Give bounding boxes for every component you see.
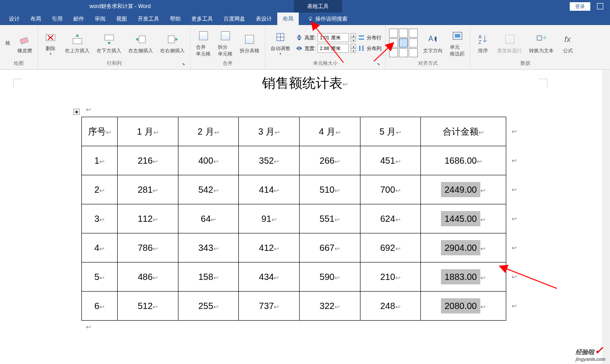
- table-cell[interactable]: 542↩: [178, 175, 239, 204]
- table-header-cell[interactable]: 序号↩: [82, 117, 118, 146]
- table-move-handle[interactable]: ✥: [73, 109, 80, 115]
- table-cell[interactable]: 1686.00↩↩: [421, 146, 506, 175]
- tab-references[interactable]: 引用: [47, 13, 68, 25]
- tab-table-design[interactable]: 表设计: [250, 13, 277, 25]
- sort-button[interactable]: AZ 排序: [474, 31, 492, 55]
- table-header-cell[interactable]: 合计金额↩↩: [421, 117, 506, 146]
- split-cells-button[interactable]: 拆分 单元格: [216, 28, 234, 58]
- table-cell[interactable]: 2904.00↩↩: [421, 233, 506, 262]
- autofit-button[interactable]: 自动调整▾: [269, 29, 292, 57]
- height-up-button[interactable]: ▴: [351, 33, 356, 38]
- table-cell[interactable]: 400↩: [178, 146, 239, 175]
- insert-above-button[interactable]: 在上方插入: [63, 31, 91, 55]
- table-cell[interactable]: 216↩: [118, 146, 178, 175]
- eraser-button[interactable]: 橡皮擦: [16, 31, 34, 55]
- table-cell[interactable]: 352↩: [239, 146, 300, 175]
- table-cell[interactable]: 700↩: [360, 175, 421, 204]
- table-cell[interactable]: 322↩: [300, 292, 360, 321]
- table-cell[interactable]: 551↩: [300, 204, 360, 233]
- tab-more-tools[interactable]: 更多工具: [186, 13, 218, 25]
- insert-below-button[interactable]: 在下方插入: [95, 31, 123, 55]
- table-cell[interactable]: 486↩: [118, 262, 178, 292]
- row-height-input[interactable]: [318, 33, 349, 42]
- table-header-cell[interactable]: 1 月↩: [118, 117, 178, 146]
- table-cell[interactable]: 624↩: [360, 204, 421, 233]
- table-cell[interactable]: 210↩: [360, 262, 421, 292]
- col-width-input[interactable]: [318, 44, 349, 53]
- table-row[interactable]: 6↩512↩255↩737↩322↩248↩2080.00↩↩: [82, 292, 506, 321]
- table-cell[interactable]: 2080.00↩↩: [421, 292, 506, 321]
- width-down-button[interactable]: ▾: [351, 48, 356, 53]
- table-cell[interactable]: 255↩: [178, 292, 239, 321]
- tab-layout[interactable]: 布局: [25, 13, 47, 25]
- align-middle-left[interactable]: [389, 38, 398, 47]
- table-cell[interactable]: 737↩: [239, 292, 300, 321]
- align-bottom-center[interactable]: [399, 48, 408, 57]
- table-cell[interactable]: 692↩: [360, 233, 421, 262]
- dialog-launcher-icon[interactable]: ⬊: [181, 62, 186, 67]
- distribute-cols-button[interactable]: 分布列: [367, 45, 381, 52]
- convert-to-text-button[interactable]: 转换为文本: [527, 31, 555, 55]
- data-table[interactable]: 序号↩1 月↩2 月↩3 月↩4 月↩5 月↩合计金额↩↩1↩216↩400↩3…: [81, 117, 506, 321]
- table-cell[interactable]: 1883.00↩↩: [421, 262, 506, 292]
- table-cell[interactable]: 91↩: [239, 204, 300, 233]
- table-header-cell[interactable]: 4 月↩: [300, 117, 360, 146]
- table-row[interactable]: 3↩112↩64↩91↩551↩624↩1445.00↩↩: [82, 204, 506, 233]
- table-row[interactable]: 5↩486↩158↩434↩590↩210↩1883.00↩↩: [82, 262, 506, 292]
- table-cell[interactable]: 5↩: [82, 262, 118, 292]
- table-cell[interactable]: 667↩: [300, 233, 360, 262]
- align-top-left[interactable]: [389, 29, 398, 38]
- align-top-center[interactable]: [399, 29, 408, 38]
- tab-baidu[interactable]: 百度网盘: [218, 13, 250, 25]
- insert-left-button[interactable]: 在左侧插入: [127, 31, 155, 55]
- table-cell[interactable]: 512↩: [118, 292, 178, 321]
- table-cell[interactable]: 266↩: [300, 146, 360, 175]
- table-cell[interactable]: 451↩: [360, 146, 421, 175]
- height-down-button[interactable]: ▾: [351, 38, 356, 42]
- table-cell[interactable]: 590↩: [300, 262, 360, 292]
- table-header-cell[interactable]: 5 月↩: [360, 117, 421, 146]
- table-header-cell[interactable]: 3 月↩: [239, 117, 300, 146]
- table-header-cell[interactable]: 2 月↩: [178, 117, 239, 146]
- table-row[interactable]: 4↩786↩343↩412↩667↩692↩2904.00↩↩: [82, 233, 506, 262]
- table-cell[interactable]: 434↩: [239, 262, 300, 292]
- cell-margins-button[interactable]: 单元 格边距: [448, 28, 466, 58]
- tab-developer[interactable]: 开发工具: [132, 13, 165, 25]
- tab-mailings[interactable]: 邮件: [68, 13, 89, 25]
- table-cell[interactable]: 248↩: [360, 292, 421, 321]
- table-cell[interactable]: 3↩: [82, 204, 118, 233]
- table-cell[interactable]: 281↩: [118, 175, 178, 204]
- align-top-right[interactable]: [409, 29, 418, 38]
- tab-review[interactable]: 审阅: [89, 13, 111, 25]
- split-table-button[interactable]: 拆分表格: [238, 31, 261, 55]
- table-cell[interactable]: 1445.00↩↩: [421, 204, 506, 233]
- login-button[interactable]: 登录: [570, 2, 590, 11]
- repeat-header-button[interactable]: 重复标题行: [496, 31, 524, 55]
- text-direction-button[interactable]: A 文字方向: [421, 31, 445, 55]
- table-row[interactable]: 1↩216↩400↩352↩266↩451↩1686.00↩↩: [82, 146, 506, 175]
- delete-button[interactable]: 删除▾: [42, 29, 59, 57]
- tab-view[interactable]: 视图: [111, 13, 132, 25]
- table-cell[interactable]: 64↩: [178, 204, 239, 233]
- align-middle-center[interactable]: [399, 38, 408, 47]
- table-cell[interactable]: 510↩: [300, 175, 360, 204]
- table-cell[interactable]: 343↩: [178, 233, 239, 262]
- table-cell[interactable]: 1↩: [82, 146, 118, 175]
- table-cell[interactable]: 414↩: [239, 175, 300, 204]
- insert-right-button[interactable]: 在右侧插入: [158, 31, 186, 55]
- table-cell[interactable]: 412↩: [239, 233, 300, 262]
- table-cell[interactable]: 158↩: [178, 262, 239, 292]
- tab-help[interactable]: 帮助: [165, 13, 186, 25]
- merge-cells-button[interactable]: 合并 单元格: [194, 28, 212, 58]
- tell-me-search[interactable]: 操作说明搜索: [308, 15, 347, 23]
- table-cell[interactable]: 4↩: [82, 233, 118, 262]
- window-restore-icon[interactable]: [597, 3, 603, 9]
- width-up-button[interactable]: ▴: [351, 44, 356, 48]
- dialog-launcher-icon[interactable]: ⬊: [376, 62, 381, 67]
- draw-table-button[interactable]: 格: [4, 39, 12, 47]
- tab-design[interactable]: 设计: [4, 13, 25, 25]
- table-cell[interactable]: 112↩: [118, 204, 178, 233]
- table-cell[interactable]: 6↩: [82, 292, 118, 321]
- align-bottom-right[interactable]: [409, 48, 418, 57]
- formula-button[interactable]: fx 公式: [559, 31, 577, 55]
